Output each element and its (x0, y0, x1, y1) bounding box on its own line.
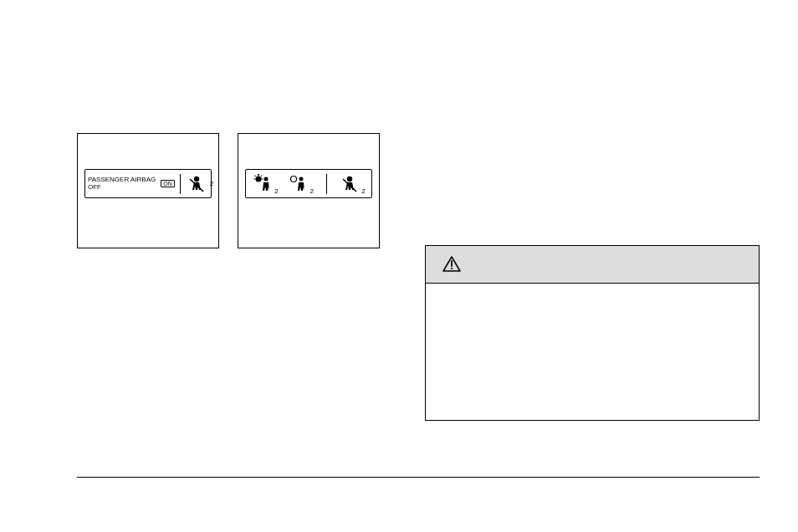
indicator-panel-1: PASSENGER AIRBAG OFF ON 2 (84, 169, 212, 198)
airbag-on-indicator: 2 (252, 173, 278, 195)
svg-point-3 (264, 176, 269, 181)
seatbelt-icon (186, 173, 207, 195)
svg-point-5 (299, 176, 304, 181)
caution-box (425, 245, 760, 421)
icon-count-1: 2 (274, 187, 278, 195)
panel-divider (180, 174, 181, 194)
svg-point-0 (194, 176, 199, 181)
figure-passenger-airbag-panel: PASSENGER AIRBAG OFF ON 2 (77, 133, 219, 248)
figure-airbag-indicator-panel: 2 2 2 (238, 133, 380, 248)
airbag-off-icon (287, 173, 309, 195)
page-footer-rule (77, 477, 760, 478)
panel-divider (326, 174, 327, 194)
svg-point-2 (256, 176, 262, 182)
panel-text-line2: OFF (88, 184, 156, 192)
seatbelt-indicator-2: 2 (339, 173, 365, 195)
svg-point-9 (451, 268, 453, 269)
svg-point-6 (347, 176, 352, 181)
airbag-on-icon (252, 173, 274, 195)
seatbelt-icon (339, 173, 361, 195)
icon-count-2: 2 (309, 187, 313, 195)
airbag-off-indicator: 2 (287, 173, 313, 195)
svg-point-4 (291, 176, 297, 182)
caution-header (426, 246, 759, 284)
seatbelt-count: 2 (210, 180, 213, 187)
warning-triangle-icon (442, 256, 461, 273)
on-indicator: ON (161, 180, 175, 187)
indicator-panel-2: 2 2 2 (245, 169, 372, 198)
seatbelt-count-2: 2 (361, 187, 365, 195)
panel-text: PASSENGER AIRBAG OFF (88, 176, 156, 192)
